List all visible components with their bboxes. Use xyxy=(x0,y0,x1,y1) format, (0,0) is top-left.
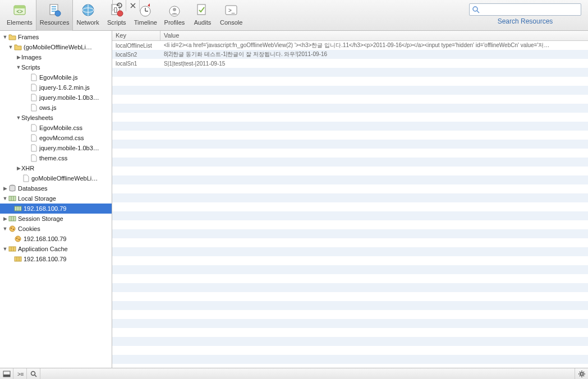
grid-body: localOfflineList<li id=2><a href='javasc… xyxy=(112,41,588,368)
tree-script-file[interactable]: ows.js xyxy=(0,103,112,113)
search-toggle-button[interactable] xyxy=(27,368,40,380)
cookies-icon xyxy=(8,224,17,233)
storage-icon xyxy=(8,194,17,203)
cookies-icon xyxy=(13,234,22,243)
tree-local-storage[interactable]: ▼Local Storage xyxy=(0,193,112,204)
table-row-empty xyxy=(112,167,588,175)
cell-key: localSn2 xyxy=(112,52,160,58)
settings-button[interactable] xyxy=(575,368,588,380)
tree-script-file[interactable]: EgovMobile.js xyxy=(0,72,112,82)
tree-images[interactable]: ▶Images xyxy=(0,52,112,62)
table-row-empty xyxy=(112,131,588,140)
svg-point-36 xyxy=(13,229,14,230)
svg-rect-31 xyxy=(9,216,16,221)
svg-line-58 xyxy=(580,372,580,372)
svg-line-61 xyxy=(583,372,584,372)
file-icon xyxy=(21,174,30,183)
table-row-empty xyxy=(112,355,588,364)
appcache-icon xyxy=(13,255,22,264)
tree-scripts-folder[interactable]: ▼Scripts xyxy=(0,62,112,72)
table-row-empty xyxy=(112,149,588,158)
tree-frames[interactable]: ▼Frames xyxy=(0,32,112,42)
tree-databases[interactable]: ▶Databases xyxy=(0,183,112,193)
main-panel: ▼Frames ▼(goMobileOfflineWebLi… ▶Images … xyxy=(0,31,588,368)
table-row-empty xyxy=(112,104,588,113)
statusbar-right xyxy=(575,368,588,380)
table-row-empty xyxy=(112,77,588,86)
svg-rect-28 xyxy=(15,206,21,211)
table-row-empty xyxy=(112,310,588,319)
tree-app-cache[interactable]: ▼Application Cache xyxy=(0,244,112,254)
tab-network[interactable]: Network xyxy=(73,0,102,31)
tree-stylesheet-file[interactable]: egovMcomd.css xyxy=(0,133,112,143)
svg-point-34 xyxy=(10,226,15,232)
cell-value: <li id=2><a href='javascript:fn_goOfflin… xyxy=(160,41,588,49)
table-row-empty xyxy=(112,113,588,122)
tree-local-storage-host[interactable]: 192.168.100.79 xyxy=(0,204,112,214)
tree-script-file[interactable]: jquery-1.6.2.min.js xyxy=(0,82,112,93)
file-icon xyxy=(29,93,38,102)
svg-point-13 xyxy=(117,11,123,16)
svg-text:<>: <> xyxy=(16,8,23,15)
table-row-empty xyxy=(112,220,588,229)
toolbar-label: Scripts xyxy=(107,19,126,26)
toolbar-label: Resources xyxy=(40,19,70,26)
file-icon xyxy=(29,144,38,152)
tree-stylesheet-file[interactable]: jquery.mobile-1.0b3… xyxy=(0,143,112,153)
table-row-empty xyxy=(112,328,588,337)
table-row-empty xyxy=(112,292,588,301)
tree-session-storage[interactable]: ▶Session Storage xyxy=(0,214,112,224)
svg-rect-43 xyxy=(15,257,21,261)
tree-stylesheet-file[interactable]: theme.css xyxy=(0,153,112,163)
tab-elements[interactable]: <> Elements xyxy=(3,0,36,31)
main-toolbar: <> Elements Resources Network {} Scripts… xyxy=(0,0,588,31)
tree-script-file[interactable]: jquery.mobile-1.0b3… xyxy=(0,93,112,103)
tree-cookies-host[interactable]: 192.168.100.79 xyxy=(0,234,112,244)
dock-button[interactable] xyxy=(0,368,13,380)
folder-icon xyxy=(8,33,17,41)
console-toggle-button[interactable]: >≡ xyxy=(13,368,27,380)
table-row[interactable]: localOfflineList<li id=2><a href='javasc… xyxy=(112,41,588,50)
tree-xhr[interactable]: ▶XHR xyxy=(0,163,112,173)
file-icon xyxy=(29,123,38,132)
svg-point-37 xyxy=(15,236,21,242)
refresh-button[interactable] xyxy=(113,0,126,11)
table-row[interactable]: localSn28|2|한글 동기화 테스트-1|한글이 잘 저장됩니다. 와우… xyxy=(112,50,588,59)
tree-pagefile[interactable]: goMobileOfflineWebLi… xyxy=(0,173,112,183)
search-input[interactable] xyxy=(469,3,581,16)
tree-topframe[interactable]: ▼(goMobileOfflineWebLi… xyxy=(0,42,112,52)
delete-button[interactable] xyxy=(126,0,140,11)
storage-icon xyxy=(8,214,17,223)
table-row-empty xyxy=(112,140,588,149)
cell-value: 8|2|한글 동기화 테스트-1|한글이 잘 저장됩니다. 와우!|2011-0… xyxy=(160,50,588,58)
svg-point-22 xyxy=(473,7,477,11)
column-header-key[interactable]: Key xyxy=(112,31,160,40)
table-row-empty xyxy=(112,175,588,184)
statusbar-left: >≡ xyxy=(0,368,40,380)
toolbar-label: Network xyxy=(76,19,99,26)
table-row-empty xyxy=(112,202,588,211)
tree-cookies[interactable]: ▼Cookies xyxy=(0,224,112,234)
tree-stylesheet-file[interactable]: EgovMobile.css xyxy=(0,123,112,133)
table-row-empty xyxy=(112,68,588,77)
table-row[interactable]: localSn1S|1|test|test-|2011-09-15 xyxy=(112,59,588,68)
folder-icon xyxy=(13,43,22,52)
column-header-value[interactable]: Value xyxy=(160,31,588,40)
tree-stylesheets-folder[interactable]: ▼Stylesheets xyxy=(0,113,112,123)
tree-app-cache-host[interactable]: 192.168.100.79 xyxy=(0,254,112,264)
tab-resources[interactable]: Resources xyxy=(36,0,74,31)
svg-rect-25 xyxy=(9,196,16,201)
svg-line-60 xyxy=(580,375,580,376)
storage-icon xyxy=(13,204,22,213)
svg-rect-5 xyxy=(52,8,56,10)
cell-value: S|1|test|test-|2011-09-15 xyxy=(160,61,588,67)
table-row-empty xyxy=(112,283,588,292)
statusbar: >≡ xyxy=(0,368,588,379)
table-row-empty xyxy=(112,346,588,355)
toolbar-label: Elements xyxy=(7,19,33,26)
cell-key: localOfflineList xyxy=(112,43,160,49)
table-row-empty xyxy=(112,274,588,283)
file-icon xyxy=(29,133,38,142)
table-row-empty xyxy=(112,193,588,202)
svg-line-50 xyxy=(35,375,36,377)
